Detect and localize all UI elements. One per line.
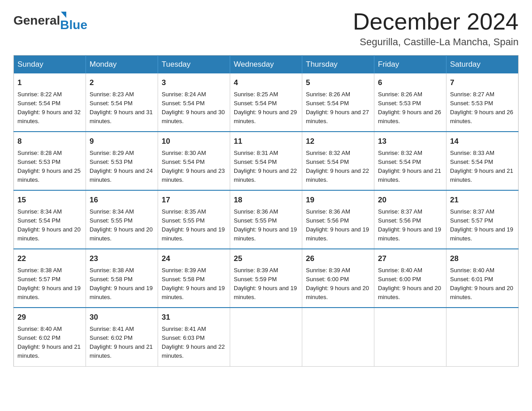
day-info: Sunrise: 8:27 AMSunset: 5:53 PMDaylight:… bbox=[450, 91, 513, 124]
day-number: 24 bbox=[162, 253, 226, 265]
day-info: Sunrise: 8:41 AMSunset: 6:03 PMDaylight:… bbox=[162, 325, 225, 359]
day-info: Sunrise: 8:22 AMSunset: 5:54 PMDaylight:… bbox=[17, 91, 81, 124]
day-number: 18 bbox=[234, 194, 298, 206]
day-number: 20 bbox=[378, 194, 442, 206]
day-info: Sunrise: 8:39 AMSunset: 5:59 PMDaylight:… bbox=[234, 267, 297, 300]
logo-general-text: General bbox=[13, 13, 60, 28]
day-info: Sunrise: 8:34 AMSunset: 5:55 PMDaylight:… bbox=[90, 208, 153, 242]
day-number: 10 bbox=[162, 136, 226, 147]
calendar-cell: 20 Sunrise: 8:37 AMSunset: 5:56 PMDaylig… bbox=[374, 190, 446, 249]
calendar-cell: 5 Sunrise: 8:26 AMSunset: 5:54 PMDayligh… bbox=[302, 73, 374, 132]
day-number: 13 bbox=[378, 136, 442, 147]
calendar-cell: 3 Sunrise: 8:24 AMSunset: 5:54 PMDayligh… bbox=[158, 73, 230, 132]
logo-blue-part: Blue bbox=[60, 9, 87, 32]
calendar-week-row: 8 Sunrise: 8:28 AMSunset: 5:53 PMDayligh… bbox=[14, 132, 519, 190]
calendar-cell: 7 Sunrise: 8:27 AMSunset: 5:53 PMDayligh… bbox=[446, 73, 519, 132]
day-info: Sunrise: 8:40 AMSunset: 6:01 PMDaylight:… bbox=[450, 267, 513, 300]
calendar-week-row: 29 Sunrise: 8:40 AMSunset: 6:02 PMDaylig… bbox=[14, 308, 519, 366]
calendar-cell: 12 Sunrise: 8:32 AMSunset: 5:54 PMDaylig… bbox=[302, 132, 374, 190]
day-info: Sunrise: 8:33 AMSunset: 5:54 PMDaylight:… bbox=[450, 150, 513, 183]
day-number: 5 bbox=[306, 77, 370, 89]
calendar-cell: 23 Sunrise: 8:38 AMSunset: 5:58 PMDaylig… bbox=[86, 249, 158, 308]
calendar-cell: 21 Sunrise: 8:37 AMSunset: 5:57 PMDaylig… bbox=[446, 190, 519, 249]
day-number: 30 bbox=[90, 312, 154, 323]
day-info: Sunrise: 8:36 AMSunset: 5:55 PMDaylight:… bbox=[234, 208, 297, 242]
day-number: 25 bbox=[234, 253, 298, 265]
calendar-cell: 8 Sunrise: 8:28 AMSunset: 5:53 PMDayligh… bbox=[14, 132, 86, 190]
calendar-cell: 9 Sunrise: 8:29 AMSunset: 5:53 PMDayligh… bbox=[86, 132, 158, 190]
calendar-cell: 28 Sunrise: 8:40 AMSunset: 6:01 PMDaylig… bbox=[446, 249, 519, 308]
day-header-monday: Monday bbox=[86, 56, 158, 74]
day-number: 16 bbox=[90, 194, 154, 206]
day-number: 11 bbox=[234, 136, 298, 147]
calendar-cell: 25 Sunrise: 8:39 AMSunset: 5:59 PMDaylig… bbox=[230, 249, 302, 308]
day-header-sunday: Sunday bbox=[14, 56, 86, 74]
calendar-cell: 30 Sunrise: 8:41 AMSunset: 6:02 PMDaylig… bbox=[86, 308, 158, 366]
calendar-cell: 26 Sunrise: 8:39 AMSunset: 6:00 PMDaylig… bbox=[302, 249, 374, 308]
day-number: 22 bbox=[17, 253, 82, 265]
day-info: Sunrise: 8:34 AMSunset: 5:54 PMDaylight:… bbox=[17, 208, 81, 242]
calendar-week-row: 1 Sunrise: 8:22 AMSunset: 5:54 PMDayligh… bbox=[14, 73, 519, 132]
day-info: Sunrise: 8:31 AMSunset: 5:54 PMDaylight:… bbox=[234, 150, 297, 183]
day-info: Sunrise: 8:25 AMSunset: 5:54 PMDaylight:… bbox=[234, 91, 297, 124]
day-info: Sunrise: 8:41 AMSunset: 6:02 PMDaylight:… bbox=[90, 325, 153, 359]
page-header: General Blue December 2024 Segurilla, Ca… bbox=[13, 9, 519, 48]
calendar-cell bbox=[446, 308, 519, 366]
day-number: 31 bbox=[162, 312, 226, 323]
day-number: 19 bbox=[306, 194, 370, 206]
day-number: 27 bbox=[378, 253, 442, 265]
title-block: December 2024 Segurilla, Castille-La Man… bbox=[353, 9, 519, 48]
calendar-cell bbox=[374, 308, 446, 366]
logo-blue-text: Blue bbox=[60, 18, 87, 32]
calendar-cell: 18 Sunrise: 8:36 AMSunset: 5:55 PMDaylig… bbox=[230, 190, 302, 249]
calendar-cell: 27 Sunrise: 8:40 AMSunset: 6:00 PMDaylig… bbox=[374, 249, 446, 308]
day-info: Sunrise: 8:38 AMSunset: 5:57 PMDaylight:… bbox=[17, 267, 81, 300]
day-number: 15 bbox=[17, 194, 82, 206]
day-number: 3 bbox=[162, 77, 226, 89]
day-number: 8 bbox=[17, 136, 82, 147]
calendar-cell: 22 Sunrise: 8:38 AMSunset: 5:57 PMDaylig… bbox=[14, 249, 86, 308]
calendar-cell bbox=[302, 308, 374, 366]
calendar-cell: 31 Sunrise: 8:41 AMSunset: 6:03 PMDaylig… bbox=[158, 308, 230, 366]
calendar-week-row: 22 Sunrise: 8:38 AMSunset: 5:57 PMDaylig… bbox=[14, 249, 519, 308]
calendar-cell: 4 Sunrise: 8:25 AMSunset: 5:54 PMDayligh… bbox=[230, 73, 302, 132]
day-number: 23 bbox=[90, 253, 154, 265]
day-info: Sunrise: 8:36 AMSunset: 5:56 PMDaylight:… bbox=[306, 208, 369, 242]
day-info: Sunrise: 8:24 AMSunset: 5:54 PMDaylight:… bbox=[162, 91, 225, 124]
calendar-cell: 2 Sunrise: 8:23 AMSunset: 5:54 PMDayligh… bbox=[86, 73, 158, 132]
day-number: 14 bbox=[450, 136, 515, 147]
calendar-cell: 24 Sunrise: 8:39 AMSunset: 5:58 PMDaylig… bbox=[158, 249, 230, 308]
day-info: Sunrise: 8:35 AMSunset: 5:55 PMDaylight:… bbox=[162, 208, 225, 242]
day-info: Sunrise: 8:32 AMSunset: 5:54 PMDaylight:… bbox=[306, 150, 369, 183]
day-info: Sunrise: 8:26 AMSunset: 5:53 PMDaylight:… bbox=[378, 91, 441, 124]
calendar-cell: 29 Sunrise: 8:40 AMSunset: 6:02 PMDaylig… bbox=[14, 308, 86, 366]
calendar-week-row: 15 Sunrise: 8:34 AMSunset: 5:54 PMDaylig… bbox=[14, 190, 519, 249]
calendar-cell: 13 Sunrise: 8:32 AMSunset: 5:54 PMDaylig… bbox=[374, 132, 446, 190]
day-header-tuesday: Tuesday bbox=[158, 56, 230, 74]
day-number: 17 bbox=[162, 194, 226, 206]
day-info: Sunrise: 8:30 AMSunset: 5:54 PMDaylight:… bbox=[162, 150, 225, 183]
calendar-cell: 10 Sunrise: 8:30 AMSunset: 5:54 PMDaylig… bbox=[158, 132, 230, 190]
day-number: 6 bbox=[378, 77, 442, 89]
calendar-cell: 1 Sunrise: 8:22 AMSunset: 5:54 PMDayligh… bbox=[14, 73, 86, 132]
logo-arrow-icon bbox=[61, 12, 66, 18]
day-info: Sunrise: 8:40 AMSunset: 6:02 PMDaylight:… bbox=[17, 325, 81, 359]
day-info: Sunrise: 8:23 AMSunset: 5:54 PMDaylight:… bbox=[90, 91, 153, 124]
day-number: 21 bbox=[450, 194, 515, 206]
calendar-cell: 16 Sunrise: 8:34 AMSunset: 5:55 PMDaylig… bbox=[86, 190, 158, 249]
day-info: Sunrise: 8:37 AMSunset: 5:56 PMDaylight:… bbox=[378, 208, 441, 242]
day-number: 7 bbox=[450, 77, 515, 89]
day-info: Sunrise: 8:26 AMSunset: 5:54 PMDaylight:… bbox=[306, 91, 369, 124]
day-number: 1 bbox=[17, 77, 82, 89]
day-info: Sunrise: 8:40 AMSunset: 6:00 PMDaylight:… bbox=[378, 267, 441, 300]
day-info: Sunrise: 8:37 AMSunset: 5:57 PMDaylight:… bbox=[450, 208, 513, 242]
calendar-cell: 15 Sunrise: 8:34 AMSunset: 5:54 PMDaylig… bbox=[14, 190, 86, 249]
calendar-cell: 14 Sunrise: 8:33 AMSunset: 5:54 PMDaylig… bbox=[446, 132, 519, 190]
day-header-friday: Friday bbox=[374, 56, 446, 74]
calendar-table: SundayMondayTuesdayWednesdayThursdayFrid… bbox=[13, 55, 519, 366]
day-number: 4 bbox=[234, 77, 298, 89]
calendar-header-row: SundayMondayTuesdayWednesdayThursdayFrid… bbox=[14, 56, 519, 74]
day-number: 29 bbox=[17, 312, 82, 323]
calendar-cell: 6 Sunrise: 8:26 AMSunset: 5:53 PMDayligh… bbox=[374, 73, 446, 132]
day-info: Sunrise: 8:28 AMSunset: 5:53 PMDaylight:… bbox=[17, 150, 81, 183]
